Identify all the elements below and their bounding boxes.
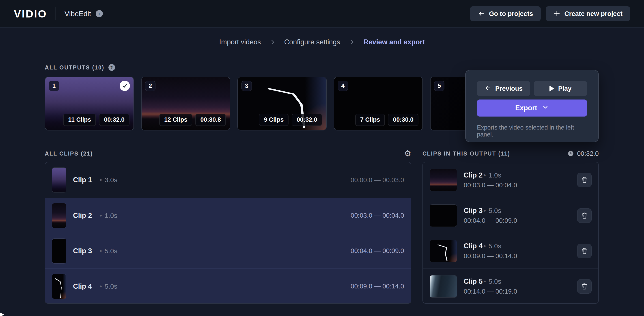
all-clips-column: ALL CLIPS (21) ⚙ Clip 1 3.0s 00:00.0 — 0…: [45, 150, 411, 304]
chevron-right-icon: [270, 39, 276, 45]
output-clip-row-2[interactable]: Clip 3 5.0s 00:04.0 — 00:09.0: [423, 198, 598, 233]
clip-name: Clip 4: [464, 242, 482, 250]
clips-count-badge: 7 Clips: [355, 114, 385, 126]
export-action-panel: Previous Play Export Exports the video s…: [465, 70, 599, 142]
clip-duration: 3.0s: [98, 176, 117, 184]
clip-name: Clip 2: [73, 212, 92, 220]
clip-duration: 5.0s: [98, 283, 117, 290]
project-name: VibeEdit: [64, 10, 91, 18]
trash-icon: [581, 176, 588, 184]
plus-icon: [553, 10, 560, 17]
clip-time-range: 00:03.0 — 00:04.0: [464, 182, 517, 189]
selected-check-badge: [120, 81, 130, 91]
clip-duration: 1.0s: [482, 171, 501, 179]
output-card-4[interactable]: 4 7 Clips 00:30.0: [334, 77, 423, 130]
card-number-badge: 5: [434, 81, 444, 91]
clips-count-badge: 9 Clips: [259, 114, 289, 126]
app-logo: VIDIO: [14, 8, 47, 20]
play-label: Play: [558, 85, 572, 92]
clip-info: Clip 5 5.0s 00:14.0 — 00:19.0: [464, 277, 517, 295]
delete-clip-button[interactable]: [577, 244, 592, 258]
outputs-heading: ALL OUTPUTS (10): [45, 64, 104, 71]
clip-name: Clip 4: [73, 282, 92, 290]
output-clips-column: CLIPS IN THIS OUTPUT (11) 00:32.0 Clip 2…: [422, 150, 599, 304]
output-card-2[interactable]: 2 12 Clips 00:30.8: [141, 77, 230, 130]
output-clip-row-4[interactable]: Clip 5 5.0s 00:14.0 — 00:19.0: [423, 268, 598, 304]
info-icon[interactable]: i: [96, 10, 103, 17]
chevron-right-icon: [349, 39, 355, 45]
card-badges: 12 Clips 00:30.8: [159, 114, 226, 126]
delete-clip-button[interactable]: [577, 279, 592, 293]
output-clip-row-1[interactable]: Clip 2 1.0s 00:03.0 — 00:04.0: [423, 162, 598, 198]
delete-clip-button[interactable]: [577, 208, 592, 223]
card-number-badge: 1: [49, 81, 59, 91]
all-clips-heading: ALL CLIPS (21): [45, 150, 93, 157]
clips-count-badge: 12 Clips: [159, 114, 192, 126]
play-button[interactable]: Play: [534, 81, 587, 96]
card-badges: 11 Clips 00:32.0: [63, 114, 130, 126]
duration-badge: 00:30.8: [195, 114, 226, 126]
clip-thumbnail: [430, 169, 457, 191]
step-configure-settings[interactable]: Configure settings: [284, 38, 340, 46]
clip-name: Clip 5: [464, 277, 482, 285]
clip-row-2[interactable]: Clip 2 1.0s 00:03.0 — 00:04.0: [45, 198, 411, 233]
output-card-1[interactable]: 1 11 Clips 00:32.0: [45, 77, 134, 130]
clip-row-4[interactable]: Clip 4 5.0s 00:09.0 — 00:14.0: [45, 268, 411, 304]
clips-columns: ALL CLIPS (21) ⚙ Clip 1 3.0s 00:00.0 — 0…: [45, 150, 599, 304]
clip-thumbnail: [52, 203, 66, 228]
output-clips-header: CLIPS IN THIS OUTPUT (11) 00:32.0: [422, 150, 599, 157]
stepper: Import videos Configure settings Review …: [0, 38, 644, 46]
check-icon: [122, 83, 128, 89]
clip-thumbnail: [430, 204, 457, 227]
clip-duration: 5.0s: [98, 247, 117, 255]
export-label: Export: [515, 104, 537, 112]
play-icon: [550, 86, 554, 91]
clip-time-range: 00:04.0 — 00:09.0: [464, 217, 517, 224]
trash-icon: [581, 212, 588, 219]
chevron-down-icon: [542, 104, 549, 112]
clip-name: Clip 1: [73, 176, 92, 184]
topbar: VIDIO VibeEdit i Go to projects Create n…: [0, 0, 644, 28]
topbar-actions: Go to projects Create new project: [470, 6, 630, 21]
clip-info: Clip 4 5.0s 00:09.0 — 00:14.0: [464, 242, 517, 260]
step-import-videos[interactable]: Import videos: [219, 38, 261, 46]
trash-icon: [581, 283, 588, 290]
gear-icon[interactable]: ⚙: [404, 149, 411, 158]
card-number-badge: 2: [145, 81, 156, 91]
export-button[interactable]: Export: [477, 100, 587, 117]
clip-duration: 5.0s: [482, 242, 501, 250]
duration-badge: 00:32.0: [99, 114, 130, 126]
card-number-badge: 3: [242, 81, 252, 91]
create-new-project-button[interactable]: Create new project: [546, 6, 630, 21]
output-total-duration: 00:32.0: [568, 150, 599, 157]
delete-clip-button[interactable]: [577, 173, 592, 187]
clip-thumbnail: [52, 167, 66, 192]
clip-time-range: 00:09.0 — 00:14.0: [350, 283, 404, 290]
clip-info: Clip 2 1.0s 00:03.0 — 00:04.0: [464, 171, 517, 189]
clip-name: Clip 2: [464, 171, 482, 179]
panel-buttons-row: Previous Play: [477, 81, 587, 96]
clip-thumbnail: [430, 275, 457, 298]
step-review-and-export[interactable]: Review and export: [364, 38, 425, 46]
previous-label: Previous: [495, 85, 523, 92]
create-new-project-label: Create new project: [564, 10, 622, 18]
all-clips-list: Clip 1 3.0s 00:00.0 — 00:03.0 Clip 2 1.0…: [45, 162, 411, 304]
output-duration-value: 00:32.0: [577, 150, 599, 157]
arrow-left-icon: [478, 10, 485, 17]
clip-thumbnail: [52, 274, 66, 299]
clips-count-badge: 11 Clips: [63, 114, 96, 126]
previous-button[interactable]: Previous: [477, 81, 530, 96]
app-root: VIDIO VibeEdit i Go to projects Create n…: [0, 0, 644, 316]
clip-row-3[interactable]: Clip 3 5.0s 00:04.0 — 00:09.0: [45, 233, 411, 268]
output-card-3[interactable]: 3 9 Clips 00:32.0: [238, 77, 326, 130]
clip-info: Clip 3 5.0s 00:04.0 — 00:09.0: [464, 207, 517, 224]
output-clip-row-3[interactable]: Clip 4 5.0s 00:09.0 — 00:14.0: [423, 233, 598, 268]
clip-time-range: 00:04.0 — 00:09.0: [350, 247, 404, 255]
go-to-projects-button[interactable]: Go to projects: [470, 6, 541, 21]
help-icon[interactable]: ?: [108, 64, 115, 71]
card-badges: 9 Clips 00:32.0: [259, 114, 322, 126]
clip-row-1[interactable]: Clip 1 3.0s 00:00.0 — 00:03.0: [45, 162, 411, 198]
topbar-divider: [56, 7, 56, 20]
clip-name: Clip 3: [464, 207, 482, 215]
clip-time-range: 00:00.0 — 00:03.0: [350, 176, 404, 184]
